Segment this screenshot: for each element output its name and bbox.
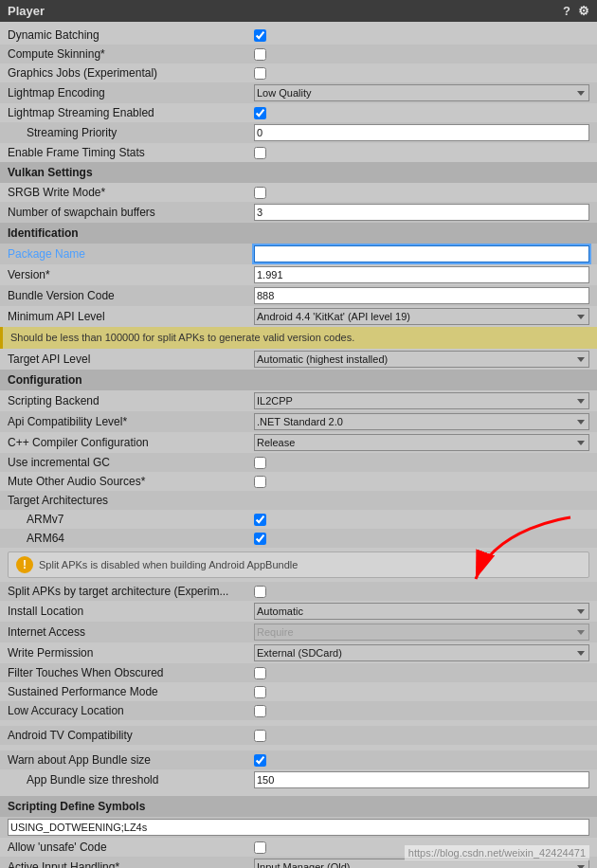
setting-row: Android TV Compatibility (0, 726, 597, 745)
setting-value: DebugReleaseMaster (254, 434, 589, 451)
setting-label: Streaming Priority (8, 126, 254, 139)
tooltip-box: Should be less than 100000 for split APK… (0, 327, 597, 349)
setting-value (254, 48, 589, 61)
checkbox-input[interactable] (254, 730, 266, 742)
dropdown-select[interactable]: .NET Standard 2.0.NET 4.x (254, 413, 589, 430)
dropdown-select[interactable]: Android 4.4 'KitKat' (API level 19) (254, 308, 589, 325)
checkbox-input[interactable] (254, 187, 266, 199)
setting-label: Warn about App Bundle size (8, 753, 254, 767)
warning-text: Split APKs is disabled when building And… (39, 559, 298, 570)
setting-value (254, 67, 589, 80)
section-label: Identification (8, 226, 79, 240)
setting-value (254, 245, 589, 262)
checkbox-input[interactable] (254, 667, 266, 679)
checkbox-input[interactable] (254, 686, 266, 698)
checkbox-input[interactable] (254, 841, 266, 854)
dropdown-select[interactable]: Automatic (highest installed) (254, 351, 589, 368)
checkbox-input[interactable] (254, 29, 266, 42)
scripting-define-input[interactable] (8, 819, 589, 836)
setting-row: App Bundle size threshold (0, 769, 597, 790)
setting-label: Lightmap Streaming Enabled (8, 106, 254, 119)
section-header: Scripting Define Symbols (0, 796, 597, 817)
settings-content: Dynamic Batching Compute Skinning* Graph… (0, 22, 597, 868)
setting-row: Use incremental GC (0, 453, 597, 472)
setting-label: Use incremental GC (8, 456, 254, 469)
checkbox-wrap (254, 29, 589, 42)
setting-value (254, 533, 589, 545)
setting-value (254, 187, 589, 199)
checkbox-input[interactable] (254, 754, 266, 767)
setting-label: Compute Skinning* (8, 47, 254, 61)
setting-label: App Bundle size threshold (8, 773, 254, 787)
setting-row: Graphics Jobs (Experimental) (0, 63, 597, 82)
setting-value (254, 204, 589, 221)
setting-row: Sustained Performance Mode (0, 682, 597, 701)
setting-row: Api Compatibility Level* .NET Standard 2… (0, 411, 597, 432)
setting-value (254, 266, 589, 283)
checkbox-wrap (254, 705, 589, 717)
setting-value (254, 667, 589, 679)
checkbox-input[interactable] (254, 457, 266, 469)
setting-value (254, 107, 589, 119)
setting-label: Number of swapchain buffers (8, 206, 254, 219)
checkbox-input[interactable] (254, 476, 266, 488)
text-input[interactable] (254, 124, 589, 141)
setting-label: Lightmap Encoding (8, 86, 254, 99)
setting-row: Mute Other Audio Sources* (0, 472, 597, 491)
checkbox-wrap (254, 67, 589, 80)
setting-label: Enable Frame Timing Stats (8, 146, 254, 159)
setting-value (254, 476, 589, 488)
checkbox-input[interactable] (254, 586, 266, 598)
setting-row: Number of swapchain buffers (0, 202, 597, 223)
setting-row: Package Name (0, 244, 597, 264)
dropdown-select[interactable]: InternalExternal (SDCard) (254, 644, 589, 661)
setting-value (254, 686, 589, 698)
setting-value (254, 754, 589, 767)
setting-row: Enable Frame Timing Stats (0, 143, 597, 162)
dropdown-select[interactable]: MonoIL2CPP (254, 392, 589, 409)
text-input[interactable] (254, 287, 589, 304)
text-input[interactable] (254, 771, 589, 788)
checkbox-input[interactable] (254, 514, 266, 526)
setting-value (254, 457, 589, 469)
setting-label: Sustained Performance Mode (8, 685, 254, 698)
setting-row: Install Location Automatic (0, 601, 597, 622)
checkbox-input[interactable] (254, 533, 266, 545)
package-name-input[interactable] (254, 245, 589, 262)
warning-box: ! Split APKs is disabled when building A… (8, 552, 589, 578)
setting-value: Low QualityNormal QualityHigh Quality (254, 84, 589, 101)
setting-row: Dynamic Batching (0, 26, 597, 45)
dropdown-select[interactable]: Low QualityNormal QualityHigh Quality (254, 84, 589, 101)
checkbox-input[interactable] (254, 705, 266, 717)
checkbox-wrap (254, 730, 589, 742)
checkbox-wrap (254, 686, 589, 698)
setting-label: Filter Touches When Obscured (8, 666, 254, 679)
setting-row: Lightmap Streaming Enabled (0, 103, 597, 122)
setting-row: Target API Level Automatic (highest inst… (0, 349, 597, 370)
setting-row: C++ Compiler Configuration DebugReleaseM… (0, 432, 597, 453)
panel-title: Player (8, 4, 45, 18)
checkbox-wrap (254, 586, 589, 598)
setting-label: Target Architectures (8, 494, 254, 507)
checkbox-input[interactable] (254, 48, 266, 61)
watermark: https://blog.csdn.net/weixin_42424471 (405, 845, 589, 860)
checkbox-wrap (254, 514, 589, 526)
section-header: Vulkan Settings (0, 162, 597, 183)
setting-value: Automatic (highest installed) (254, 351, 589, 368)
text-input[interactable] (254, 266, 589, 283)
player-panel: Player ? ⚙ Dynamic Batching Compute Skin… (0, 0, 597, 868)
setting-value (254, 514, 589, 526)
setting-value: Automatic (254, 603, 589, 620)
checkbox-input[interactable] (254, 67, 266, 80)
setting-value (254, 705, 589, 717)
checkbox-input[interactable] (254, 107, 266, 119)
setting-row: Write Permission InternalExternal (SDCar… (0, 642, 597, 663)
dropdown-select[interactable]: DebugReleaseMaster (254, 434, 589, 451)
setting-value (254, 124, 589, 141)
checkbox-input[interactable] (254, 147, 266, 159)
setting-value (254, 147, 589, 159)
dropdown-select[interactable]: RequireAuto (254, 624, 589, 641)
dropdown-select[interactable]: Automatic (254, 603, 589, 620)
help-icon[interactable]: ? ⚙ (563, 4, 589, 18)
text-input[interactable] (254, 204, 589, 221)
